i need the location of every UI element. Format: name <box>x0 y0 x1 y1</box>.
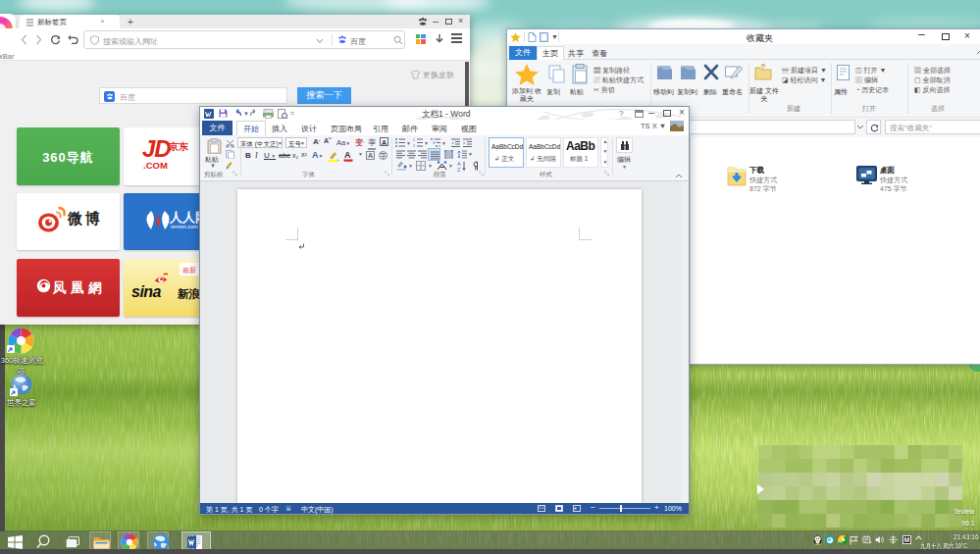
svg-text:2: 2 <box>413 144 415 147</box>
svg-text:Z: Z <box>457 167 461 173</box>
svg-text:A: A <box>344 150 351 160</box>
svg-text:1: 1 <box>413 138 415 142</box>
